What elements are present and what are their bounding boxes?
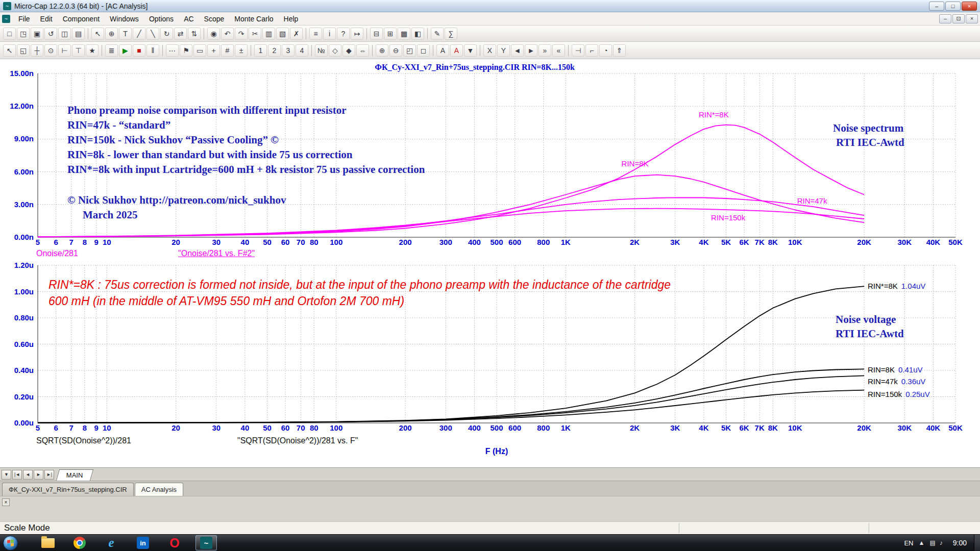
- point-to-end-icon[interactable]: ↦: [351, 28, 363, 40]
- horizontal-tag-icon[interactable]: ⊢: [58, 44, 71, 57]
- plot-group-2-icon[interactable]: 2: [268, 44, 281, 57]
- zoom-in-icon[interactable]: ⊕: [376, 44, 388, 57]
- print-preview-icon[interactable]: ◫: [58, 28, 71, 40]
- linkedin-taskbar-button[interactable]: in: [132, 535, 154, 550]
- watch-icon[interactable]: ◔: [599, 44, 612, 57]
- start-button[interactable]: [3, 536, 18, 550]
- tile-vertical-icon[interactable]: ⊞: [384, 28, 397, 40]
- close-button[interactable]: ×: [962, 2, 977, 11]
- vertical-tag-icon[interactable]: ⊤: [72, 44, 85, 57]
- plot-area[interactable]: 5678910203040506070801002003004005006008…: [0, 59, 980, 467]
- paste-icon[interactable]: ▧: [276, 28, 289, 40]
- zoom-out-icon[interactable]: ⊖: [389, 44, 402, 57]
- ruler-icon[interactable]: ▭: [193, 44, 206, 57]
- child-restore-button[interactable]: ⊡: [952, 14, 965, 23]
- menu-scope[interactable]: Scope: [199, 14, 230, 24]
- curve-set-label-bottom[interactable]: "SQRT(SD(Onoise^2))/281 vs. F": [237, 436, 358, 445]
- language-indicator[interactable]: EN: [904, 539, 913, 547]
- align-left-icon[interactable]: ⊣: [572, 44, 584, 57]
- go-to-y-icon[interactable]: Y: [497, 44, 510, 57]
- child-close-button[interactable]: ×: [966, 14, 978, 23]
- print-icon[interactable]: ▤: [72, 28, 85, 40]
- first-page-button[interactable]: |◄: [12, 470, 22, 480]
- help-mode-icon[interactable]: ?: [337, 28, 350, 40]
- split-window-icon[interactable]: ◧: [411, 28, 424, 40]
- undo-icon[interactable]: ↶: [221, 28, 234, 40]
- menu-monte-carlo[interactable]: Monte Carlo: [229, 14, 278, 24]
- point-tag-icon[interactable]: ⊙: [44, 44, 57, 57]
- revert-icon[interactable]: ↺: [44, 28, 57, 40]
- windows-explorer-taskbar-button[interactable]: [37, 535, 59, 550]
- align-top-icon[interactable]: ⌐: [585, 44, 598, 57]
- line-mode-icon[interactable]: ╲: [146, 28, 159, 40]
- panel-close-button[interactable]: ×: [2, 498, 10, 506]
- expression-label-bottom[interactable]: SQRT(SD(Onoise^2))/281: [36, 436, 131, 445]
- next-page-button[interactable]: ►: [34, 470, 43, 480]
- select-mode-icon[interactable]: ↖: [91, 28, 104, 40]
- taskbar-clock[interactable]: 9:00: [948, 539, 972, 547]
- text-color-icon[interactable]: A: [450, 44, 463, 57]
- cascade-windows-icon[interactable]: ▩: [398, 28, 410, 40]
- properties-icon[interactable]: ✎: [431, 28, 444, 40]
- text-mode-icon[interactable]: T: [119, 28, 132, 40]
- run-icon[interactable]: ▶: [119, 44, 132, 57]
- rotate-icon[interactable]: ↻: [160, 28, 173, 40]
- menu-options[interactable]: Options: [144, 14, 179, 24]
- pause-icon[interactable]: ‖: [146, 44, 159, 57]
- plot-group-3-icon[interactable]: 3: [282, 44, 295, 57]
- copy-icon[interactable]: ▥: [262, 28, 275, 40]
- info-icon[interactable]: i: [323, 28, 336, 40]
- plot-group-1-icon[interactable]: 1: [254, 44, 267, 57]
- next-point-icon[interactable]: »: [538, 44, 551, 57]
- minimize-button[interactable]: –: [929, 2, 944, 11]
- flip-horizontal-icon[interactable]: ⇄: [174, 28, 187, 40]
- tray-display-icon[interactable]: ▤: [929, 539, 935, 546]
- tab-list-dropdown[interactable]: ▼: [2, 470, 11, 480]
- child-minimize-button[interactable]: –: [939, 14, 951, 23]
- numeric-output-icon[interactable]: №: [315, 44, 328, 57]
- text-icon[interactable]: A: [436, 44, 449, 57]
- polarity-icon[interactable]: ±: [235, 44, 248, 57]
- cut-icon[interactable]: ✂: [249, 28, 261, 40]
- internet-explorer-taskbar-button[interactable]: e: [101, 535, 122, 550]
- tag-left-icon[interactable]: ◄: [511, 44, 524, 57]
- cursor-mode-icon[interactable]: ┼: [31, 44, 43, 57]
- tile-horizontal-icon[interactable]: ⊟: [370, 28, 383, 40]
- delete-icon[interactable]: ✗: [290, 28, 303, 40]
- tray-expand-icon[interactable]: ▲: [919, 539, 925, 546]
- file-tab-inactive[interactable]: ФК_Cy-XXI_v7_Rin+75us_stepping.CIR: [2, 483, 134, 496]
- expression-label-top[interactable]: Onoise/281: [36, 249, 78, 258]
- performance-tag-icon[interactable]: ★: [86, 44, 99, 57]
- zoom-rect-icon[interactable]: ◱: [17, 44, 30, 57]
- restore-scale-icon[interactable]: ◻: [417, 44, 430, 57]
- tray-volume-icon[interactable]: ♪: [940, 539, 943, 546]
- select-arrow-icon[interactable]: ↖: [3, 44, 16, 57]
- open-file-icon[interactable]: ◳: [17, 28, 30, 40]
- menu-file[interactable]: File: [13, 14, 35, 24]
- child-window-icon[interactable]: ~: [2, 15, 10, 23]
- find-icon[interactable]: ◉: [207, 28, 220, 40]
- micro-cap-taskbar-button[interactable]: ~: [195, 535, 217, 550]
- grid-icon[interactable]: #: [221, 44, 234, 57]
- data-points-icon[interactable]: ⋯: [166, 44, 179, 57]
- tab-main[interactable]: MAIN: [56, 469, 93, 481]
- maximize-button[interactable]: □: [945, 2, 961, 11]
- step-icon[interactable]: ≡: [309, 28, 322, 40]
- app-icon[interactable]: ~: [3, 2, 11, 10]
- file-tab-active[interactable]: AC Analysis: [135, 483, 183, 496]
- prev-page-button[interactable]: ◄: [23, 470, 33, 480]
- menu-ac[interactable]: AC: [179, 14, 199, 24]
- opera-taskbar-button[interactable]: O: [164, 535, 185, 550]
- menu-help[interactable]: Help: [279, 14, 304, 24]
- last-page-button[interactable]: ►|: [44, 470, 54, 480]
- analysis-limits-icon[interactable]: ≣: [105, 44, 118, 57]
- calculator-icon[interactable]: ∑: [445, 28, 457, 40]
- save-icon[interactable]: ▣: [31, 28, 43, 40]
- wire-mode-icon[interactable]: ╱: [133, 28, 145, 40]
- plot-group-4-icon[interactable]: 4: [296, 44, 308, 57]
- color-dropdown-icon[interactable]: ▼: [464, 44, 477, 57]
- new-file-icon[interactable]: □: [3, 28, 16, 40]
- go-to-x-icon[interactable]: X: [483, 44, 496, 57]
- tokens-icon[interactable]: ⚑: [180, 44, 192, 57]
- prev-point-icon[interactable]: «: [552, 44, 565, 57]
